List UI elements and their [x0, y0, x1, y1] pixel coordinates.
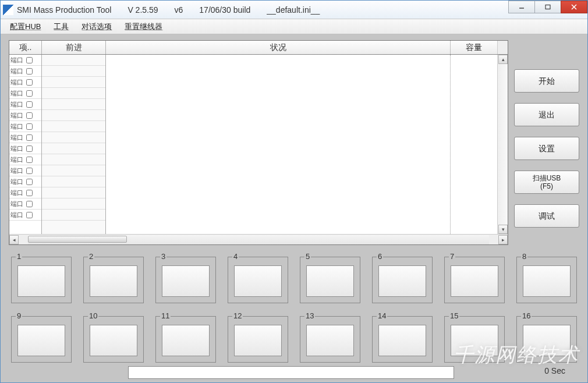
grid-capacity-col: [451, 55, 497, 234]
slot-inner[interactable]: [306, 325, 354, 356]
port-slot-2: 2: [83, 254, 144, 303]
slot-frame: [83, 316, 144, 363]
slot-label: 11: [160, 311, 171, 320]
slot-inner[interactable]: [451, 325, 498, 356]
port-checkbox[interactable]: [26, 190, 33, 196]
port-slot-6: 6: [372, 254, 433, 303]
pretest-cell: [42, 176, 105, 187]
maximize-button[interactable]: [534, 1, 561, 13]
pretest-cell: [42, 187, 105, 198]
slot-frame: [444, 316, 505, 363]
minimize-button[interactable]: [508, 1, 535, 13]
col-header-item[interactable]: 项..: [9, 41, 42, 54]
slot-frame: [444, 257, 505, 303]
grid-row-labels: 端口端口端口端口端口端口端口端口端口端口端口端口端口端口端口: [9, 55, 42, 234]
scan-usb-shortcut: (F5): [533, 182, 561, 190]
app-config-file: __default.ini__: [267, 5, 320, 15]
port-checkbox[interactable]: [26, 68, 33, 75]
slot-label: 12: [232, 311, 243, 320]
quit-button[interactable]: 退出: [514, 103, 579, 126]
slot-inner[interactable]: [234, 325, 282, 356]
menu-hub[interactable]: 配置HUB: [4, 20, 47, 34]
port-label: 端口: [10, 111, 24, 120]
port-checkbox[interactable]: [26, 168, 33, 174]
menu-tools[interactable]: 工具: [48, 20, 75, 34]
port-checkbox[interactable]: [26, 79, 33, 86]
slot-inner[interactable]: [90, 265, 137, 297]
port-checkbox[interactable]: [26, 101, 33, 108]
table-row: 端口: [9, 154, 41, 165]
port-checkbox[interactable]: [26, 179, 33, 185]
table-row: 端口: [9, 198, 41, 210]
pretest-cell: [42, 121, 105, 132]
slot-inner[interactable]: [306, 265, 354, 297]
app-build: 17/06/30 build: [199, 5, 250, 15]
pretest-cell: [42, 154, 105, 165]
slot-inner[interactable]: [378, 325, 426, 356]
app-window: SMI Mass Production Tool V 2.5.59 v6 17/…: [0, 0, 588, 383]
port-label: 端口: [10, 67, 24, 76]
col-header-capacity[interactable]: 容量: [451, 41, 497, 54]
start-button[interactable]: 开始: [514, 69, 579, 93]
port-slot-3: 3: [155, 254, 216, 303]
table-row: 端口: [9, 121, 41, 132]
port-checkbox[interactable]: [26, 157, 33, 163]
close-icon: [571, 4, 578, 10]
slot-label: 6: [377, 252, 383, 261]
slot-frame: [372, 257, 433, 303]
scroll-down-icon[interactable]: ▾: [498, 225, 508, 234]
port-checkbox[interactable]: [26, 57, 33, 63]
port-slot-10: 10: [83, 314, 144, 363]
slot-inner[interactable]: [523, 325, 571, 356]
port-checkbox[interactable]: [26, 146, 33, 152]
setting-button[interactable]: 设置: [514, 137, 579, 160]
col-header-pretest[interactable]: 前进: [42, 41, 106, 54]
close-button[interactable]: [561, 1, 587, 13]
slot-inner[interactable]: [378, 265, 426, 297]
port-checkbox[interactable]: [26, 123, 33, 130]
menu-reset-concentrator[interactable]: 重置继线器: [119, 20, 168, 34]
scroll-right-icon[interactable]: ▸: [498, 235, 508, 244]
port-checkbox[interactable]: [26, 212, 33, 218]
horizontal-scrollbar[interactable]: [28, 235, 489, 244]
slot-frame: [155, 316, 216, 363]
table-row: 端口: [9, 110, 41, 121]
col-header-status[interactable]: 状况: [106, 41, 451, 54]
slot-inner[interactable]: [234, 265, 282, 297]
port-slot-13: 13: [300, 314, 360, 363]
slot-inner[interactable]: [162, 325, 210, 356]
table-row: 端口: [9, 143, 41, 154]
port-checkbox[interactable]: [26, 201, 33, 207]
slot-label: 13: [304, 311, 315, 320]
debug-button[interactable]: 调试: [514, 204, 579, 228]
port-label: 端口: [10, 122, 24, 131]
slot-inner[interactable]: [90, 325, 137, 356]
scroll-left-icon[interactable]: ◂: [9, 235, 19, 244]
port-label: 端口: [10, 89, 24, 98]
port-checkbox[interactable]: [26, 90, 33, 97]
port-label: 端口: [10, 211, 24, 219]
table-row: 端口: [9, 176, 41, 187]
port-slot-14: 14: [372, 314, 433, 363]
scan-usb-button[interactable]: 扫描USB (F5): [514, 171, 579, 194]
pretest-cell: [42, 99, 105, 110]
pretest-cell: [42, 165, 105, 176]
slot-inner[interactable]: [17, 265, 65, 297]
port-label: 端口: [10, 189, 24, 197]
vertical-scrollbar[interactable]: ▴ ▾: [497, 55, 508, 234]
menu-dialog-options[interactable]: 对话选项: [76, 20, 118, 34]
port-checkbox[interactable]: [26, 134, 33, 141]
port-slot-7: 7: [444, 254, 505, 303]
slot-frame: [300, 316, 360, 363]
scrollbar-thumb[interactable]: [28, 236, 127, 243]
port-checkbox[interactable]: [26, 112, 33, 119]
progress-bar: [128, 366, 454, 379]
slot-inner[interactable]: [162, 265, 210, 297]
scroll-up-icon[interactable]: ▴: [498, 55, 508, 64]
slot-inner[interactable]: [523, 265, 571, 297]
port-slot-15: 15: [444, 314, 505, 363]
slot-label: 5: [304, 252, 311, 261]
slot-inner[interactable]: [451, 265, 498, 297]
port-label: 端口: [10, 178, 24, 186]
slot-inner[interactable]: [17, 325, 65, 356]
